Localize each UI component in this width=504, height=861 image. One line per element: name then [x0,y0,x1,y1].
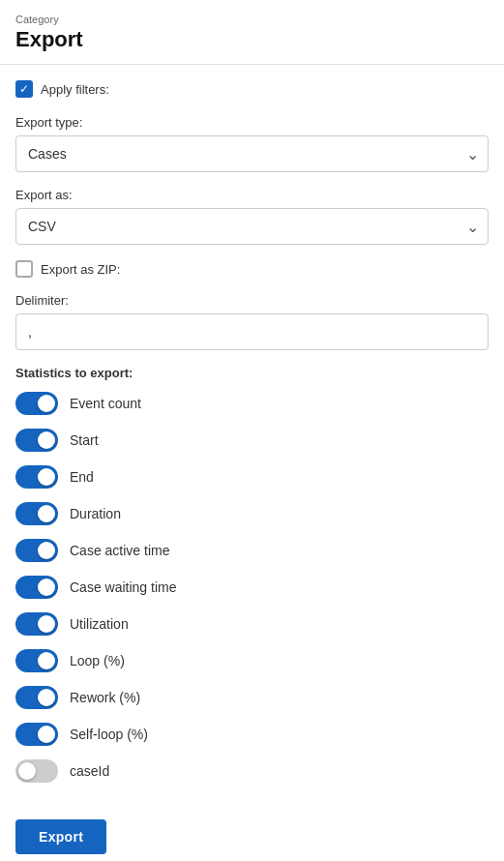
header: Category Export [0,0,504,65]
apply-filters-label: Apply filters: [41,82,109,97]
delimiter-field: Delimiter: [15,293,489,350]
apply-filters-checkbox[interactable]: ✓ [15,80,33,98]
export-button[interactable]: Export [15,819,106,854]
event-count-label: Event count [70,396,141,411]
export-type-select[interactable]: Cases Events Variants [15,135,489,172]
category-label: Category [15,14,489,25]
checkmark-icon: ✓ [19,83,29,95]
delimiter-label: Delimiter: [15,293,489,308]
case-active-time-label: Case active time [70,543,169,558]
rework-label: Rework (%) [70,690,140,705]
toggle-start: Start [15,429,489,452]
export-as-label: Export as: [15,188,489,202]
toggle-end: End [15,465,489,489]
duration-toggle[interactable] [15,502,58,525]
toggle-case-waiting-time: Case waiting time [15,576,489,599]
toggle-rework: Rework (%) [15,686,489,709]
export-type-field: Export type: Cases Events Variants ⌄ [15,115,489,172]
case-id-label: caseId [70,763,109,779]
end-label: End [70,469,94,485]
utilization-label: Utilization [70,616,129,632]
start-label: Start [70,432,99,448]
delimiter-input[interactable] [15,313,489,350]
case-waiting-time-toggle[interactable] [15,576,58,599]
end-toggle[interactable] [15,465,58,489]
content: ✓ Apply filters: Export type: Cases Even… [0,65,504,861]
rework-toggle[interactable] [15,686,58,709]
case-id-toggle[interactable] [15,759,58,783]
loop-label: Loop (%) [70,653,125,668]
export-type-select-wrapper: Cases Events Variants ⌄ [15,135,489,172]
page-container: Category Export ✓ Apply filters: Export … [0,0,504,861]
toggle-self-loop: Self-loop (%) [15,723,489,746]
start-toggle[interactable] [15,429,58,452]
toggle-event-count: Event count [15,392,489,415]
export-as-select[interactable]: CSV XLSX JSON [15,208,489,245]
toggle-loop: Loop (%) [15,649,489,672]
case-active-time-toggle[interactable] [15,539,58,562]
export-as-field: Export as: CSV XLSX JSON ⌄ [15,188,489,245]
export-as-select-wrapper: CSV XLSX JSON ⌄ [15,208,489,245]
apply-filters-row: ✓ Apply filters: [15,80,489,98]
statistics-label: Statistics to export: [15,366,489,380]
event-count-toggle[interactable] [15,392,58,415]
export-zip-checkbox[interactable] [15,260,33,278]
export-zip-label: Export as ZIP: [41,262,120,277]
export-zip-row: Export as ZIP: [15,260,489,278]
loop-toggle[interactable] [15,649,58,672]
duration-label: Duration [70,506,121,521]
self-loop-label: Self-loop (%) [70,727,148,742]
toggle-duration: Duration [15,502,489,525]
utilization-toggle[interactable] [15,612,58,636]
self-loop-toggle[interactable] [15,723,58,746]
statistics-section: Statistics to export: Event count Start … [15,366,489,783]
case-waiting-time-label: Case waiting time [70,579,177,595]
toggle-utilization: Utilization [15,612,489,636]
toggle-case-id: caseId [15,759,489,783]
page-title: Export [15,27,489,52]
toggle-case-active-time: Case active time [15,539,489,562]
export-type-label: Export type: [15,115,489,130]
